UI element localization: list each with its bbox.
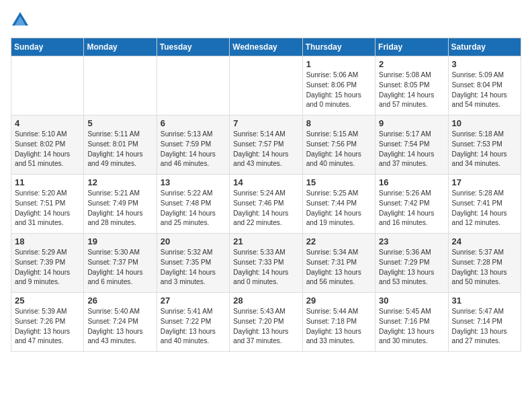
calendar-cell: 16Sunrise: 5:26 AM Sunset: 7:42 PM Dayli… bbox=[375, 175, 448, 234]
day-number: 26 bbox=[87, 295, 152, 306]
cell-content: Sunrise: 5:26 AM Sunset: 7:42 PM Dayligh… bbox=[379, 189, 444, 228]
day-number: 12 bbox=[87, 177, 152, 187]
calendar-cell: 14Sunrise: 5:24 AM Sunset: 7:46 PM Dayli… bbox=[230, 175, 302, 234]
day-number: 17 bbox=[452, 177, 517, 187]
calendar-cell: 27Sunrise: 5:41 AM Sunset: 7:22 PM Dayli… bbox=[157, 293, 229, 352]
cell-content: Sunrise: 5:21 AM Sunset: 7:49 PM Dayligh… bbox=[87, 189, 152, 228]
calendar-cell bbox=[84, 56, 157, 116]
day-number: 19 bbox=[87, 236, 152, 246]
header-friday: Friday bbox=[375, 38, 448, 56]
calendar-table: SundayMondayTuesdayWednesdayThursdayFrid… bbox=[11, 38, 521, 352]
cell-content: Sunrise: 5:39 AM Sunset: 7:26 PM Dayligh… bbox=[15, 307, 80, 347]
cell-content: Sunrise: 5:06 AM Sunset: 8:06 PM Dayligh… bbox=[306, 71, 371, 110]
logo bbox=[11, 11, 32, 30]
calendar-cell: 2Sunrise: 5:08 AM Sunset: 8:05 PM Daylig… bbox=[375, 56, 448, 116]
cell-content: Sunrise: 5:36 AM Sunset: 7:29 PM Dayligh… bbox=[379, 248, 444, 287]
day-number: 21 bbox=[233, 236, 298, 246]
header-monday: Monday bbox=[84, 38, 157, 56]
day-number: 16 bbox=[379, 177, 444, 187]
calendar-cell: 1Sunrise: 5:06 AM Sunset: 8:06 PM Daylig… bbox=[302, 56, 375, 116]
cell-content: Sunrise: 5:13 AM Sunset: 7:59 PM Dayligh… bbox=[161, 130, 226, 169]
cell-content: Sunrise: 5:29 AM Sunset: 7:39 PM Dayligh… bbox=[15, 248, 80, 287]
day-number: 8 bbox=[306, 118, 371, 128]
week-row-1: 1Sunrise: 5:06 AM Sunset: 8:06 PM Daylig… bbox=[11, 56, 521, 116]
cell-content: Sunrise: 5:14 AM Sunset: 7:57 PM Dayligh… bbox=[233, 130, 298, 169]
day-number: 18 bbox=[15, 236, 80, 246]
calendar-cell: 4Sunrise: 5:10 AM Sunset: 8:02 PM Daylig… bbox=[11, 116, 84, 175]
calendar-cell: 28Sunrise: 5:43 AM Sunset: 7:20 PM Dayli… bbox=[230, 293, 302, 352]
cell-content: Sunrise: 5:09 AM Sunset: 8:04 PM Dayligh… bbox=[452, 71, 517, 110]
day-number: 30 bbox=[379, 295, 444, 306]
cell-content: Sunrise: 5:32 AM Sunset: 7:35 PM Dayligh… bbox=[161, 248, 226, 287]
cell-content: Sunrise: 5:45 AM Sunset: 7:16 PM Dayligh… bbox=[379, 307, 444, 347]
calendar-cell: 13Sunrise: 5:22 AM Sunset: 7:48 PM Dayli… bbox=[157, 175, 229, 234]
calendar-cell: 24Sunrise: 5:37 AM Sunset: 7:28 PM Dayli… bbox=[448, 234, 521, 293]
week-row-2: 4Sunrise: 5:10 AM Sunset: 8:02 PM Daylig… bbox=[11, 116, 521, 175]
cell-content: Sunrise: 5:47 AM Sunset: 7:14 PM Dayligh… bbox=[452, 307, 517, 347]
cell-content: Sunrise: 5:34 AM Sunset: 7:31 PM Dayligh… bbox=[306, 248, 371, 287]
calendar-cell: 11Sunrise: 5:20 AM Sunset: 7:51 PM Dayli… bbox=[11, 175, 84, 234]
logo-icon bbox=[11, 11, 30, 30]
calendar-cell bbox=[230, 56, 302, 116]
cell-content: Sunrise: 5:18 AM Sunset: 7:53 PM Dayligh… bbox=[452, 130, 517, 169]
day-number: 15 bbox=[306, 177, 371, 187]
header-wednesday: Wednesday bbox=[230, 38, 302, 56]
day-number: 20 bbox=[161, 236, 226, 246]
cell-content: Sunrise: 5:15 AM Sunset: 7:56 PM Dayligh… bbox=[306, 130, 371, 169]
cell-content: Sunrise: 5:24 AM Sunset: 7:46 PM Dayligh… bbox=[233, 189, 298, 228]
calendar-cell: 29Sunrise: 5:44 AM Sunset: 7:18 PM Dayli… bbox=[302, 293, 375, 352]
calendar-cell bbox=[11, 56, 84, 116]
calendar-cell bbox=[157, 56, 229, 116]
cell-content: Sunrise: 5:37 AM Sunset: 7:28 PM Dayligh… bbox=[452, 248, 517, 287]
calendar-cell: 15Sunrise: 5:25 AM Sunset: 7:44 PM Dayli… bbox=[302, 175, 375, 234]
day-number: 13 bbox=[161, 177, 226, 187]
cell-content: Sunrise: 5:44 AM Sunset: 7:18 PM Dayligh… bbox=[306, 307, 371, 347]
cell-content: Sunrise: 5:11 AM Sunset: 8:01 PM Dayligh… bbox=[87, 130, 152, 169]
cell-content: Sunrise: 5:30 AM Sunset: 7:37 PM Dayligh… bbox=[87, 248, 152, 287]
week-row-3: 11Sunrise: 5:20 AM Sunset: 7:51 PM Dayli… bbox=[11, 175, 521, 234]
day-number: 14 bbox=[233, 177, 298, 187]
page-header bbox=[11, 11, 521, 30]
calendar-cell: 7Sunrise: 5:14 AM Sunset: 7:57 PM Daylig… bbox=[230, 116, 302, 175]
cell-content: Sunrise: 5:28 AM Sunset: 7:41 PM Dayligh… bbox=[452, 189, 517, 228]
day-number: 29 bbox=[306, 295, 371, 306]
cell-content: Sunrise: 5:20 AM Sunset: 7:51 PM Dayligh… bbox=[15, 189, 80, 228]
header-sunday: Sunday bbox=[11, 38, 84, 56]
calendar-cell: 17Sunrise: 5:28 AM Sunset: 7:41 PM Dayli… bbox=[448, 175, 521, 234]
day-number: 9 bbox=[379, 118, 444, 128]
calendar-cell: 3Sunrise: 5:09 AM Sunset: 8:04 PM Daylig… bbox=[448, 56, 521, 116]
day-number: 28 bbox=[233, 295, 298, 306]
header-saturday: Saturday bbox=[448, 38, 521, 56]
day-number: 1 bbox=[306, 59, 371, 69]
header-row: SundayMondayTuesdayWednesdayThursdayFrid… bbox=[11, 38, 521, 56]
cell-content: Sunrise: 5:43 AM Sunset: 7:20 PM Dayligh… bbox=[233, 307, 298, 347]
day-number: 6 bbox=[161, 118, 226, 128]
day-number: 24 bbox=[452, 236, 517, 246]
cell-content: Sunrise: 5:08 AM Sunset: 8:05 PM Dayligh… bbox=[379, 71, 444, 110]
calendar-cell: 23Sunrise: 5:36 AM Sunset: 7:29 PM Dayli… bbox=[375, 234, 448, 293]
cell-content: Sunrise: 5:40 AM Sunset: 7:24 PM Dayligh… bbox=[87, 307, 152, 347]
day-number: 11 bbox=[15, 177, 80, 187]
header-thursday: Thursday bbox=[302, 38, 375, 56]
cell-content: Sunrise: 5:10 AM Sunset: 8:02 PM Dayligh… bbox=[15, 130, 80, 169]
cell-content: Sunrise: 5:33 AM Sunset: 7:33 PM Dayligh… bbox=[233, 248, 298, 287]
day-number: 7 bbox=[233, 118, 298, 128]
day-number: 3 bbox=[452, 59, 517, 69]
day-number: 2 bbox=[379, 59, 444, 69]
day-number: 4 bbox=[15, 118, 80, 128]
cell-content: Sunrise: 5:17 AM Sunset: 7:54 PM Dayligh… bbox=[379, 130, 444, 169]
calendar-cell: 30Sunrise: 5:45 AM Sunset: 7:16 PM Dayli… bbox=[375, 293, 448, 352]
day-number: 10 bbox=[452, 118, 517, 128]
cell-content: Sunrise: 5:22 AM Sunset: 7:48 PM Dayligh… bbox=[161, 189, 226, 228]
day-number: 27 bbox=[161, 295, 226, 306]
calendar-cell: 22Sunrise: 5:34 AM Sunset: 7:31 PM Dayli… bbox=[302, 234, 375, 293]
calendar-cell: 6Sunrise: 5:13 AM Sunset: 7:59 PM Daylig… bbox=[157, 116, 229, 175]
calendar-cell: 25Sunrise: 5:39 AM Sunset: 7:26 PM Dayli… bbox=[11, 293, 84, 352]
calendar-cell: 19Sunrise: 5:30 AM Sunset: 7:37 PM Dayli… bbox=[84, 234, 157, 293]
calendar-cell: 26Sunrise: 5:40 AM Sunset: 7:24 PM Dayli… bbox=[84, 293, 157, 352]
calendar-cell: 20Sunrise: 5:32 AM Sunset: 7:35 PM Dayli… bbox=[157, 234, 229, 293]
calendar-cell: 5Sunrise: 5:11 AM Sunset: 8:01 PM Daylig… bbox=[84, 116, 157, 175]
calendar-cell: 12Sunrise: 5:21 AM Sunset: 7:49 PM Dayli… bbox=[84, 175, 157, 234]
calendar-cell: 9Sunrise: 5:17 AM Sunset: 7:54 PM Daylig… bbox=[375, 116, 448, 175]
day-number: 31 bbox=[452, 295, 517, 306]
